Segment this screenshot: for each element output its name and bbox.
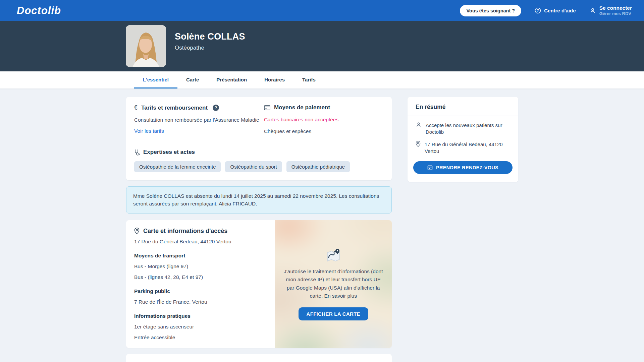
summary-title: En résumé [408, 97, 518, 116]
euro-icon: € [134, 104, 138, 111]
new-patients-text: Accepte les nouveaux patients sur Doctol… [426, 122, 512, 135]
tab-essentiel[interactable]: L'essentiel [134, 71, 177, 88]
credit-card-icon [264, 105, 270, 110]
practitioner-name: Solène COLLAS [175, 32, 245, 42]
calendar-icon [427, 165, 433, 170]
practical-info-title: Informations pratiques [134, 313, 267, 319]
doctolib-logo[interactable]: Doctolib [17, 5, 61, 17]
help-circle-icon: ? [535, 7, 541, 14]
fees-help-icon[interactable]: ? [213, 105, 219, 111]
transport-item: Bus - Morges (ligne 97) [134, 263, 267, 269]
expertise-chip: Ostéopathie du sport [225, 161, 282, 172]
show-map-button[interactable]: AFFICHER LA CARTE [299, 307, 368, 320]
summary-address: 17 Rue du Général Bedeau, 44120 Vertou [425, 141, 512, 154]
patient-icon [416, 122, 422, 128]
transport-item: Bus - (lignes 42, 28, E4 et 97) [134, 274, 267, 280]
book-appointment-button[interactable]: PRENDRE RENDEZ-VOUS [413, 161, 513, 174]
map-pin-icon [416, 141, 421, 147]
learn-more-link[interactable]: En savoir plus [324, 293, 357, 299]
card-divider [126, 142, 392, 142]
stethoscope-icon [134, 149, 140, 156]
tab-carte[interactable]: Carte [177, 71, 208, 88]
folded-map-icon [325, 247, 342, 262]
practical-info-item: Entrée accessible [134, 335, 267, 341]
caregiver-button[interactable]: Vous êtes soignant ? [460, 5, 521, 16]
manage-appointments-label[interactable]: Gérer mes RDV [599, 11, 632, 16]
practitioner-photo [126, 25, 166, 67]
profile-header: Solène COLLAS Ostéopathe [0, 21, 644, 71]
login-link[interactable]: Se connecter Gérer mes RDV [589, 5, 632, 17]
access-map-card: Carte et informations d'accès 17 Rue du … [126, 220, 392, 348]
payment-title: Moyens de paiement [274, 104, 330, 111]
presentation-card: Présentation Madame Solène Collas vous a… [126, 354, 392, 362]
map-placeholder: J'autorise le traitement d'informations … [275, 220, 392, 348]
access-address: 17 Rue du Général Bedeau, 44120 Vertou [134, 239, 267, 245]
login-label: Se connecter [599, 5, 632, 11]
svg-text:?: ? [537, 8, 539, 12]
fees-payment-card: € Tarifs et remboursement ? Consultation… [126, 97, 392, 180]
map-pin-icon [134, 228, 140, 234]
expertise-chip: Ostéopathie de la femme enceinte [134, 161, 221, 172]
see-fees-link[interactable]: Voir les tarifs [134, 128, 164, 134]
fees-title: Tarifs et remboursement [141, 105, 208, 111]
parking-address: 7 Rue de l'Île de France, Vertou [134, 299, 267, 305]
tab-horaires[interactable]: Horaires [256, 71, 293, 88]
summary-card: En résumé Accepte les nouveaux patients … [408, 97, 518, 182]
expertise-chip: Ostéopathie pédiatrique [286, 161, 350, 172]
tab-presentation[interactable]: Présentation [208, 71, 256, 88]
tab-tarifs[interactable]: Tarifs [293, 71, 324, 88]
transport-title: Moyens de transport [134, 253, 267, 259]
absence-notice-banner: Mme Solène COLLAS est absente du lundi 1… [126, 186, 392, 214]
user-icon [589, 7, 596, 14]
top-navbar: Doctolib Vous êtes soignant ? ? Centre d… [0, 0, 644, 21]
payment-warning-text: Cartes bancaires non acceptées [264, 117, 384, 123]
help-center-link[interactable]: ? Centre d'aide [535, 7, 576, 14]
access-title: Carte et informations d'accès [143, 228, 227, 235]
expertise-title: Expertises et actes [143, 149, 195, 156]
fees-reimbursement-text: Consultation non remboursée par l'Assura… [134, 117, 264, 123]
expertise-chips: Ostéopathie de la femme enceinte Ostéopa… [134, 161, 384, 172]
payment-accepted-text: Chèques et espèces [264, 128, 384, 134]
help-center-label: Centre d'aide [544, 8, 576, 13]
profile-tabs: L'essentiel Carte Présentation Horaires … [0, 71, 644, 89]
parking-title: Parking public [134, 288, 267, 294]
book-appointment-label: PRENDRE RENDEZ-VOUS [436, 165, 498, 170]
practical-info-item: 1er étage sans ascenseur [134, 324, 267, 330]
practitioner-specialty: Ostéopathe [175, 45, 245, 51]
